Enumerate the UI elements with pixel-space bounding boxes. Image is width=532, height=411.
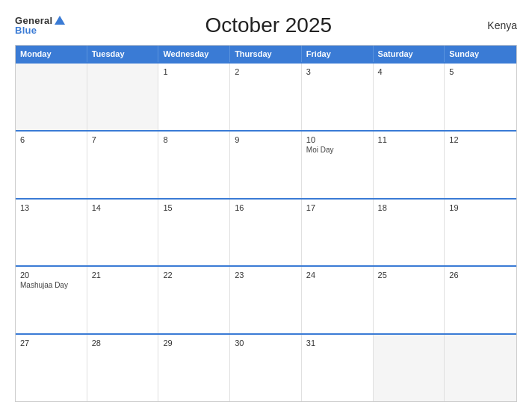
day-number: 19	[449, 203, 512, 212]
week-row-4: 20Mashujaa Day212223242526	[16, 265, 516, 333]
event-label: Mashujaa Day	[20, 281, 82, 289]
header-saturday: Saturday	[374, 46, 445, 62]
day-cell-3-6: 26	[445, 267, 516, 333]
day-cell-0-5: 4	[374, 64, 445, 130]
day-number: 20	[20, 271, 82, 279]
day-number: 2	[235, 67, 297, 76]
header: General Blue October 2025 Kenya	[15, 13, 517, 37]
logo: General Blue	[15, 16, 65, 36]
day-cell-3-3: 23	[230, 267, 302, 333]
day-cell-0-3: 2	[230, 64, 302, 130]
day-number: 24	[306, 271, 368, 279]
day-number: 12	[449, 135, 512, 144]
day-cell-2-4: 17	[302, 200, 374, 266]
week-row-2: 678910Moi Day1112	[16, 130, 516, 198]
day-cell-4-6	[445, 335, 516, 401]
day-number: 13	[20, 203, 82, 212]
calendar-grid: Monday Tuesday Wednesday Thursday Friday…	[15, 45, 517, 402]
day-cell-4-4: 31	[302, 335, 374, 401]
day-number: 29	[163, 339, 225, 347]
header-thursday: Thursday	[230, 46, 302, 62]
day-cell-0-6: 5	[445, 64, 516, 130]
day-cell-3-0: 20Mashujaa Day	[16, 267, 87, 333]
logo-general-text: General	[15, 16, 65, 26]
day-cell-2-6: 19	[445, 200, 516, 266]
header-monday: Monday	[16, 46, 87, 62]
week-row-5: 2728293031	[16, 333, 516, 401]
day-number: 9	[235, 135, 297, 144]
header-friday: Friday	[302, 46, 374, 62]
day-cell-1-3: 9	[230, 132, 302, 198]
week-row-1: 12345	[16, 62, 516, 130]
day-cell-1-1: 7	[87, 132, 159, 198]
day-cell-4-3: 30	[230, 335, 302, 401]
day-cell-2-3: 16	[230, 200, 302, 266]
day-number: 21	[92, 271, 154, 279]
day-cell-4-2: 29	[158, 335, 230, 401]
day-number: 14	[92, 203, 154, 212]
calendar-title: October 2025	[65, 13, 472, 37]
day-cell-1-5: 11	[374, 132, 445, 198]
day-number: 26	[449, 271, 512, 279]
day-cell-2-5: 18	[374, 200, 445, 266]
day-cell-0-1	[87, 64, 159, 130]
calendar-body: 12345678910Moi Day11121314151617181920Ma…	[16, 62, 516, 401]
day-number: 17	[306, 203, 368, 212]
day-number: 5	[449, 67, 512, 76]
calendar-page: General Blue October 2025 Kenya Monday T…	[0, 0, 532, 411]
day-number: 23	[235, 271, 297, 279]
logo-triangle-icon	[55, 16, 65, 25]
country-label: Kenya	[472, 19, 517, 31]
day-number: 1	[163, 67, 225, 76]
day-number: 22	[163, 271, 225, 279]
day-cell-2-1: 14	[87, 200, 159, 266]
day-number: 25	[378, 271, 440, 279]
day-cell-0-0	[16, 64, 87, 130]
header-wednesday: Wednesday	[158, 46, 230, 62]
day-number: 3	[306, 67, 368, 76]
day-cell-2-2: 15	[158, 200, 230, 266]
day-number: 7	[92, 135, 154, 144]
event-label: Moi Day	[306, 146, 368, 154]
calendar-header: Monday Tuesday Wednesday Thursday Friday…	[16, 46, 516, 62]
day-number: 30	[235, 339, 297, 347]
day-number: 10	[306, 135, 368, 144]
day-number: 28	[92, 339, 154, 347]
day-cell-4-0: 27	[16, 335, 87, 401]
day-number: 18	[378, 203, 440, 212]
day-cell-4-5	[374, 335, 445, 401]
day-cell-3-1: 21	[87, 267, 159, 333]
day-cell-1-6: 12	[445, 132, 516, 198]
day-number: 6	[20, 135, 82, 144]
day-number: 16	[235, 203, 297, 212]
day-cell-3-4: 24	[302, 267, 374, 333]
header-sunday: Sunday	[445, 46, 516, 62]
week-row-3: 13141516171819	[16, 198, 516, 266]
day-cell-4-1: 28	[87, 335, 159, 401]
day-cell-0-2: 1	[158, 64, 230, 130]
day-cell-2-0: 13	[16, 200, 87, 266]
day-number: 4	[378, 67, 440, 76]
day-cell-3-5: 25	[374, 267, 445, 333]
day-number: 11	[378, 135, 440, 144]
day-cell-1-0: 6	[16, 132, 87, 198]
day-number: 8	[163, 135, 225, 144]
day-cell-0-4: 3	[302, 64, 374, 130]
logo-blue-text: Blue	[15, 25, 65, 35]
day-number: 27	[20, 339, 82, 347]
day-number: 15	[163, 203, 225, 212]
day-number: 31	[306, 339, 368, 347]
header-tuesday: Tuesday	[87, 46, 159, 62]
day-cell-1-4: 10Moi Day	[302, 132, 374, 198]
day-cell-3-2: 22	[158, 267, 230, 333]
day-cell-1-2: 8	[158, 132, 230, 198]
